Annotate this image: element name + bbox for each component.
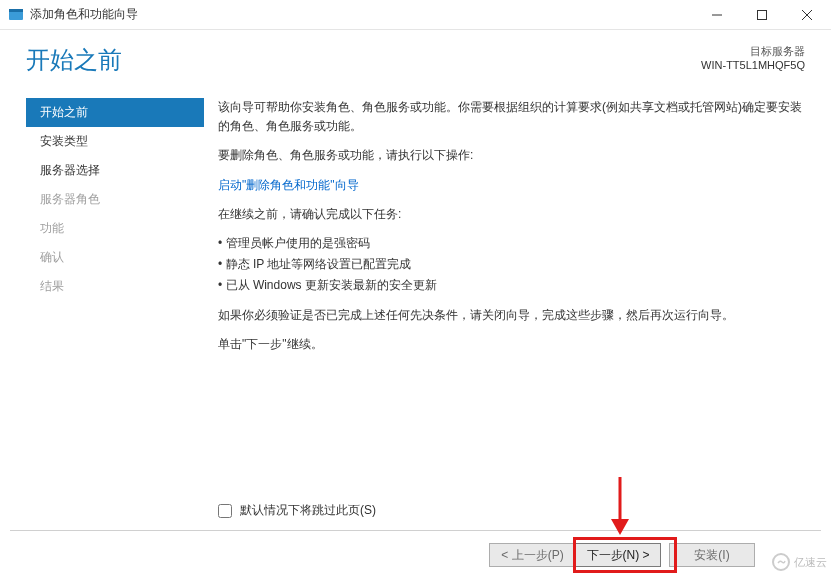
bullet-item: 已从 Windows 更新安装最新的安全更新 — [218, 276, 805, 295]
install-button: 安装(I) — [669, 543, 755, 567]
previous-button: < 上一步(P) — [489, 543, 575, 567]
nav-button-group: < 上一步(P) 下一步(N) > — [489, 543, 661, 567]
wizard-content: 该向导可帮助你安装角色、角色服务或功能。你需要根据组织的计算要求(例如共享文档或… — [204, 98, 805, 364]
page-title: 开始之前 — [26, 44, 701, 76]
watermark: 亿速云 — [772, 553, 827, 571]
sidebar-item-results: 结果 — [26, 272, 204, 301]
remove-wizard-link[interactable]: 启动"删除角色和功能"向导 — [218, 178, 359, 192]
skip-page-label: 默认情况下将跳过此页(S) — [240, 502, 376, 519]
target-server-box: 目标服务器 WIN-TT5L1MHQF5Q — [701, 44, 805, 71]
verify-text: 如果你必须验证是否已完成上述任何先决条件，请关闭向导，完成这些步骤，然后再次运行… — [218, 306, 805, 325]
skip-page-checkbox[interactable] — [218, 504, 232, 518]
target-label: 目标服务器 — [701, 44, 805, 59]
next-button[interactable]: 下一步(N) > — [575, 543, 661, 567]
remove-prompt: 要删除角色、角色服务或功能，请执行以下操作: — [218, 146, 805, 165]
window-title: 添加角色和功能向导 — [30, 6, 694, 23]
minimize-button[interactable] — [694, 0, 739, 29]
svg-rect-3 — [757, 10, 766, 19]
footer-buttons: < 上一步(P) 下一步(N) > 安装(I) — [489, 543, 755, 567]
prerequisite-list: 管理员帐户使用的是强密码 静态 IP 地址等网络设置已配置完成 已从 Windo… — [218, 234, 805, 296]
svg-rect-1 — [9, 9, 23, 12]
sidebar-item-server-roles: 服务器角色 — [26, 185, 204, 214]
click-next-text: 单击"下一步"继续。 — [218, 335, 805, 354]
target-value: WIN-TT5L1MHQF5Q — [701, 59, 805, 71]
bullet-item: 静态 IP 地址等网络设置已配置完成 — [218, 255, 805, 274]
sidebar-item-before-you-begin[interactable]: 开始之前 — [26, 98, 204, 127]
wizard-icon — [8, 7, 24, 23]
titlebar: 添加角色和功能向导 — [0, 0, 831, 30]
sidebar-item-install-type[interactable]: 安装类型 — [26, 127, 204, 156]
sidebar-item-confirm: 确认 — [26, 243, 204, 272]
wizard-sidebar: 开始之前 安装类型 服务器选择 服务器角色 功能 确认 结果 — [26, 98, 204, 364]
watermark-icon — [772, 553, 790, 571]
annotation-arrow — [605, 475, 635, 537]
svg-marker-7 — [611, 519, 629, 535]
sidebar-item-features: 功能 — [26, 214, 204, 243]
before-continue-text: 在继续之前，请确认完成以下任务: — [218, 205, 805, 224]
watermark-text: 亿速云 — [794, 555, 827, 570]
footer-separator — [10, 530, 821, 531]
window-controls — [694, 0, 829, 29]
skip-page-row[interactable]: 默认情况下将跳过此页(S) — [218, 502, 376, 519]
intro-text: 该向导可帮助你安装角色、角色服务或功能。你需要根据组织的计算要求(例如共享文档或… — [218, 98, 805, 136]
close-button[interactable] — [784, 0, 829, 29]
bullet-item: 管理员帐户使用的是强密码 — [218, 234, 805, 253]
sidebar-item-server-selection[interactable]: 服务器选择 — [26, 156, 204, 185]
header: 开始之前 目标服务器 WIN-TT5L1MHQF5Q — [0, 30, 831, 86]
maximize-button[interactable] — [739, 0, 784, 29]
